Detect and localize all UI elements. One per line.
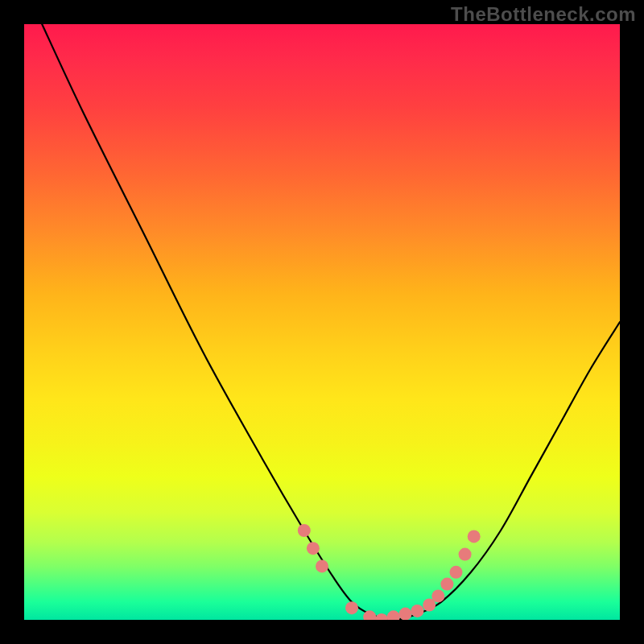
marker-dot (345, 601, 358, 614)
marker-dot (431, 589, 444, 602)
marker-dots (298, 524, 481, 620)
marker-dot (387, 610, 400, 620)
marker-dot (316, 559, 328, 572)
watermark-text: TheBottleneck.com (451, 3, 636, 26)
marker-dot (399, 608, 412, 620)
marker-dot (459, 548, 472, 561)
bottleneck-curve (42, 24, 620, 620)
curve-layer (24, 24, 620, 620)
plot-area (24, 24, 620, 620)
marker-dot (375, 613, 388, 620)
marker-dot (411, 605, 423, 617)
chart-frame: TheBottleneck.com (0, 0, 644, 644)
marker-dot (468, 530, 481, 543)
marker-dot (450, 566, 463, 579)
marker-dot (307, 542, 320, 555)
marker-dot (440, 578, 453, 591)
marker-dot (298, 524, 311, 537)
